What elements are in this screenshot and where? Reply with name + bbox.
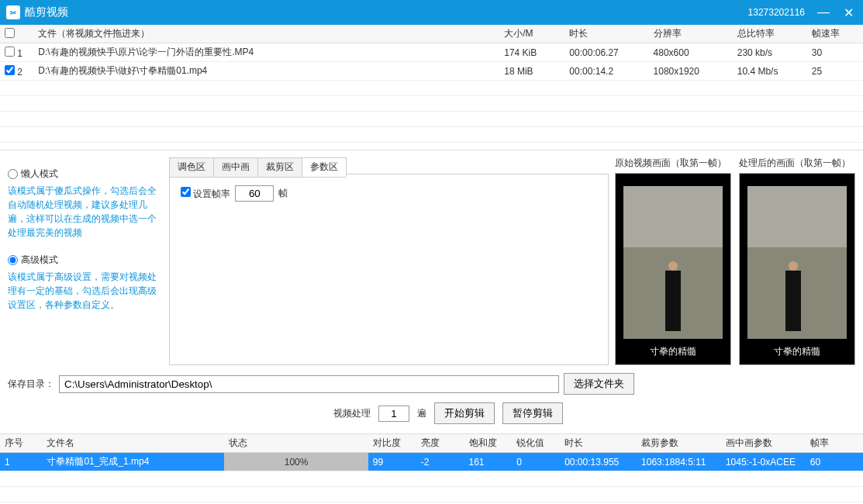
process-times-input[interactable]	[378, 406, 409, 422]
table-row[interactable]: 1 D:\有趣的视频快手\原片\论学一门外语的重要性.MP4 174 KiB 0…	[0, 43, 863, 62]
set-fps-checkbox[interactable]: 设置帧率	[181, 187, 230, 201]
result-row[interactable]: 1 寸拳精髓01_完成_1.mp4 100% 99 -2 161 0 00:00…	[0, 453, 863, 471]
cell-file: D:\有趣的视频快手\做好\寸拳精髓01.mp4	[33, 62, 499, 81]
lazy-mode-desc: 该模式属于傻瓜式操作，勾选后会全自动随机处理视频，建议多处理几遍，这样可以在生成…	[8, 184, 163, 240]
rcol-name[interactable]: 文件名	[42, 434, 224, 453]
preview-original-caption: 寸拳的精髓	[616, 339, 730, 364]
preview-processed-title: 处理后的画面（取第一帧）	[739, 157, 855, 170]
row-checkbox[interactable]	[5, 47, 15, 57]
cell-bitrate: 230 kb/s	[733, 43, 807, 62]
fps-input[interactable]	[235, 185, 274, 202]
rcol-duration[interactable]: 时长	[560, 434, 637, 453]
rcell-contrast: 99	[368, 453, 416, 471]
rcol-fps[interactable]: 帧率	[806, 434, 863, 453]
preview-original-image: 寸拳的精髓	[615, 173, 731, 365]
cell-fps: 30	[807, 43, 863, 62]
col-resolution-header[interactable]: 分辨率	[649, 25, 733, 43]
rcol-status[interactable]: 状态	[224, 434, 368, 453]
process-label: 视频处理	[333, 407, 371, 420]
save-dir-input[interactable]	[59, 375, 559, 393]
pause-clip-button[interactable]: 暂停剪辑	[502, 402, 563, 424]
preview-processed-image: 寸拳的精髓	[739, 173, 855, 365]
col-size-header[interactable]: 大小/M	[499, 25, 564, 43]
rcell-status: 100%	[224, 453, 368, 471]
cell-size: 18 MiB	[499, 62, 564, 81]
cell-duration: 00:00:06.27	[564, 43, 648, 62]
minimize-button[interactable]: —	[814, 5, 833, 20]
start-clip-button[interactable]: 开始剪辑	[434, 402, 495, 424]
tab-3[interactable]: 参数区	[302, 157, 347, 177]
rcol-sharpen[interactable]: 锐化值	[512, 434, 560, 453]
save-dir-label: 保存目录：	[8, 378, 54, 391]
rcell-saturation: 161	[464, 453, 513, 471]
rcell-name: 寸拳精髓01_完成_1.mp4	[42, 453, 224, 471]
cell-size: 174 KiB	[499, 43, 564, 62]
lazy-mode-label: 懒人模式	[21, 167, 58, 181]
close-button[interactable]: ✕	[841, 5, 857, 20]
advanced-mode-label: 高级模式	[21, 254, 58, 267]
cell-bitrate: 10.4 Mb/s	[733, 62, 807, 81]
tab-2[interactable]: 裁剪区	[257, 157, 302, 177]
set-fps-label: 设置帧率	[193, 188, 230, 199]
rcol-saturation[interactable]: 饱和度	[464, 434, 513, 453]
preview-processed-caption: 寸拳的精髓	[740, 339, 854, 364]
file-table: 文件（将视频文件拖进来） 大小/M 时长 分辨率 总比特率 帧速率 1 D:\有…	[0, 25, 863, 150]
rcell-sharpen: 0	[512, 453, 560, 471]
advanced-mode-desc: 该模式属于高级设置，需要对视频处理有一定的基础，勾选后会出现高级设置区，各种参数…	[8, 270, 163, 312]
col-bitrate-header[interactable]: 总比特率	[733, 25, 807, 43]
tab-0[interactable]: 调色区	[169, 157, 214, 177]
result-table: 序号 文件名 状态 对比度 亮度 饱和度 锐化值 时长 裁剪参数 画中画参数 帧…	[0, 433, 863, 504]
cell-resolution: 1080x1920	[649, 62, 733, 81]
process-unit: 遍	[417, 407, 426, 420]
browse-folder-button[interactable]: 选择文件夹	[564, 373, 634, 395]
row-checkbox[interactable]	[5, 65, 15, 75]
rcol-contrast[interactable]: 对比度	[368, 434, 416, 453]
cell-fps: 25	[807, 62, 863, 81]
rcol-pip[interactable]: 画中画参数	[721, 434, 806, 453]
lazy-mode-radio[interactable]: 懒人模式	[8, 167, 163, 181]
rcell-crop: 1063:1884:5:11	[637, 453, 721, 471]
titlebar: ✂ 酷剪视频 13273202116 — ✕	[0, 0, 863, 25]
rcell-duration: 00:00:13.955	[560, 453, 637, 471]
app-title: 酷剪视频	[25, 5, 68, 19]
rcell-pip: 1045:-1-0xACEE	[721, 453, 806, 471]
cell-resolution: 480x600	[649, 43, 733, 62]
col-fps-header[interactable]: 帧速率	[807, 25, 863, 43]
account-number: 13273202116	[748, 7, 805, 18]
rcol-brightness[interactable]: 亮度	[416, 434, 464, 453]
table-row[interactable]: 2 D:\有趣的视频快手\做好\寸拳精髓01.mp4 18 MiB 00:00:…	[0, 62, 863, 81]
rcell-idx: 1	[0, 453, 42, 471]
rcol-crop[interactable]: 裁剪参数	[637, 434, 721, 453]
rcell-brightness: -2	[416, 453, 464, 471]
tab-1[interactable]: 画中画	[213, 157, 258, 177]
col-duration-header[interactable]: 时长	[564, 25, 648, 43]
select-all-checkbox[interactable]	[5, 28, 15, 38]
col-file-header[interactable]: 文件（将视频文件拖进来）	[33, 25, 499, 43]
fps-unit: 帧	[278, 187, 288, 200]
rcol-idx[interactable]: 序号	[0, 434, 42, 453]
cell-file: D:\有趣的视频快手\原片\论学一门外语的重要性.MP4	[33, 43, 499, 62]
app-logo-icon: ✂	[6, 5, 20, 19]
preview-original-title: 原始视频画面（取第一帧）	[615, 157, 731, 170]
rcell-fps: 60	[806, 453, 863, 471]
advanced-mode-radio[interactable]: 高级模式	[8, 254, 163, 267]
cell-duration: 00:00:14.2	[564, 62, 648, 81]
